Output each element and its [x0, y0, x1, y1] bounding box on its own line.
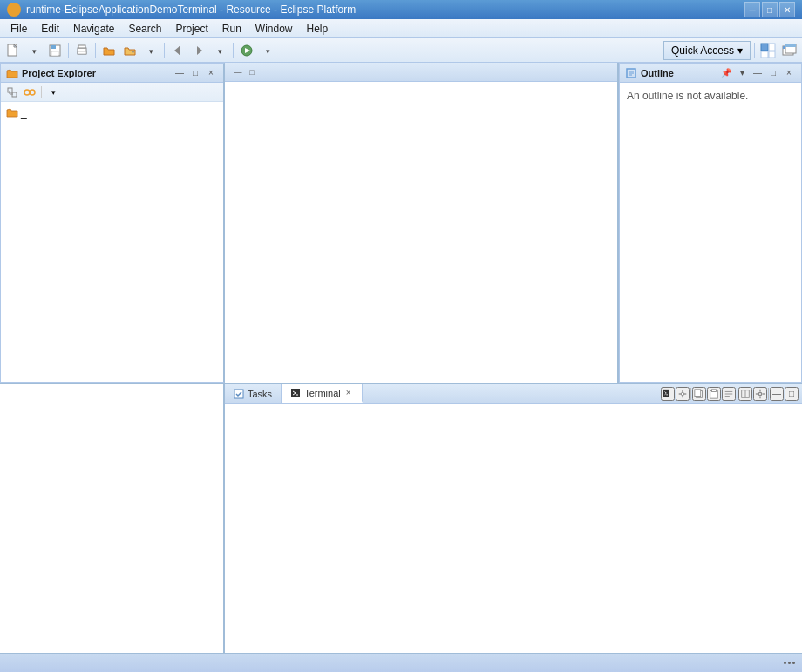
view-menu-button[interactable] — [45, 85, 61, 100]
quick-access-button[interactable]: Quick Access ▾ — [663, 41, 751, 60]
terminal-clear-btn[interactable] — [722, 387, 736, 401]
outline-minimize-button[interactable]: — — [751, 67, 765, 79]
outline-header: Outline 📌 ▾ — □ × — [620, 64, 801, 83]
close-button[interactable]: ✕ — [779, 2, 795, 17]
outline-title: Outline — [625, 67, 674, 79]
restore-button[interactable]: □ — [762, 2, 778, 17]
editor-controls: — □ — [228, 64, 262, 81]
svg-point-49 — [758, 392, 761, 395]
terminal-sep-3 — [768, 388, 769, 400]
project-explorer-title: Project Explorer — [6, 67, 96, 79]
menu-project[interactable]: Project — [168, 21, 214, 37]
svg-rect-6 — [78, 45, 85, 48]
menu-file[interactable]: File — [3, 21, 34, 37]
outline-close-button[interactable]: × — [782, 67, 796, 79]
run-button[interactable] — [237, 41, 256, 60]
tab-terminal[interactable]: Terminal × — [282, 384, 362, 403]
outline-label: Outline — [641, 68, 674, 78]
bottom-panel: Tasks Terminal × — [225, 384, 802, 653]
svg-marker-9 — [174, 46, 180, 55]
tree-item-root[interactable]: _ — [3, 105, 221, 119]
svg-rect-16 — [761, 51, 768, 58]
view-menu-icon — [51, 87, 56, 97]
close-view-button[interactable]: × — [204, 67, 218, 79]
open-file-button[interactable] — [99, 41, 119, 60]
new-dropdown-button[interactable] — [24, 41, 44, 60]
tab-spacer — [363, 384, 657, 403]
run-dropdown[interactable] — [258, 41, 277, 60]
menu-navigate[interactable]: Navigate — [66, 21, 121, 37]
editor-content — [225, 82, 617, 383]
svg-rect-21 — [785, 44, 796, 47]
print-button[interactable] — [72, 41, 92, 60]
outline-dropdown-button[interactable]: ▾ — [735, 67, 749, 79]
collapse-all-button[interactable] — [4, 85, 20, 100]
svg-rect-15 — [769, 44, 775, 51]
svg-point-26 — [24, 90, 30, 95]
tasks-tab-icon — [234, 389, 244, 399]
svg-rect-3 — [51, 45, 56, 49]
svg-rect-17 — [769, 51, 775, 58]
forward-button[interactable] — [189, 41, 208, 60]
menu-search[interactable]: Search — [121, 21, 168, 37]
save-button[interactable] — [45, 41, 65, 60]
minimize-view-button[interactable]: — — [173, 67, 187, 79]
terminal-disconnect-btn[interactable] — [676, 387, 690, 401]
status-dot-2 — [788, 662, 791, 664]
terminal-paste-btn[interactable] — [707, 387, 721, 401]
open-dropdown-button[interactable] — [120, 41, 139, 60]
terminal-btn5[interactable] — [738, 387, 752, 401]
editor-maximize-btn[interactable]: □ — [246, 66, 258, 78]
outline-maximize-button[interactable]: □ — [766, 67, 780, 79]
toolbar-sep-5 — [754, 43, 755, 58]
outline-pin-button[interactable]: 📌 — [719, 67, 733, 79]
outline-message: An outline is not available. — [627, 90, 748, 102]
project-explorer-header: Project Explorer — □ × — [1, 64, 223, 83]
editor-minimize-btn[interactable]: — — [232, 66, 244, 78]
editor-tab-bar: — □ — [225, 63, 617, 82]
link-editor-button[interactable] — [22, 85, 37, 100]
svg-rect-43 — [711, 389, 716, 391]
terminal-settings-btn[interactable] — [753, 387, 767, 401]
svg-marker-11 — [197, 46, 202, 55]
new-window-button[interactable] — [779, 41, 799, 60]
toolbar-sep-1 — [68, 43, 69, 58]
new-file-button[interactable] — [3, 41, 23, 60]
project-explorer-label: Project Explorer — [22, 68, 96, 78]
main-toolbar: Quick Access ▾ — [0, 38, 802, 63]
maximize-view-button[interactable]: □ — [188, 67, 202, 79]
outline-controls: 📌 ▾ — □ × — [719, 67, 796, 79]
forward-dropdown[interactable] — [210, 41, 229, 60]
project-explorer-toolbar — [1, 83, 223, 102]
terminal-copy-btn[interactable] — [692, 387, 706, 401]
open-perspective-button[interactable] — [758, 41, 778, 60]
terminal-tab-icon — [290, 388, 301, 398]
project-explorer-controls: — □ × — [173, 67, 218, 79]
terminal-content — [225, 404, 802, 653]
open-dropdown-arrow[interactable] — [141, 41, 160, 60]
minimize-button[interactable]: ─ — [744, 2, 760, 17]
menu-run[interactable]: Run — [215, 21, 248, 37]
back-button[interactable] — [168, 41, 187, 60]
terminal-maximize-btn[interactable]: □ — [785, 387, 799, 401]
terminal-new-btn[interactable] — [661, 387, 675, 401]
svg-point-27 — [30, 90, 35, 95]
menu-bar: File Edit Navigate Search Project Run Wi… — [0, 19, 802, 38]
bottom-tab-bar: Tasks Terminal × — [225, 384, 802, 404]
terminal-minimize-btn[interactable]: — — [770, 387, 784, 401]
menu-edit[interactable]: Edit — [34, 21, 66, 37]
terminal-sep-2 — [737, 388, 737, 400]
terminal-sep-1 — [690, 388, 691, 400]
terminal-tab-close[interactable]: × — [344, 388, 353, 397]
main-area: Project Explorer — □ × — [0, 63, 802, 653]
toolbar-sep — [41, 86, 42, 98]
outline-panel: Outline 📌 ▾ — □ × An outline is not avai… — [619, 63, 802, 383]
svg-rect-42 — [710, 390, 718, 398]
content-area: Project Explorer — □ × — [0, 63, 802, 383]
outline-icon — [625, 67, 637, 79]
menu-window[interactable]: Window — [248, 21, 300, 37]
menu-help[interactable]: Help — [300, 21, 336, 37]
project-explorer-panel: Project Explorer — □ × — [0, 63, 225, 383]
terminal-tab-label: Terminal — [304, 388, 341, 398]
tab-tasks[interactable]: Tasks — [225, 384, 282, 403]
